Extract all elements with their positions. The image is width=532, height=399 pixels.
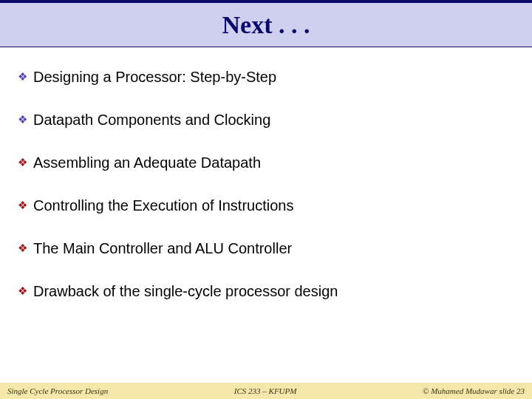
footer-center-text: ICS 233 – KFUPM bbox=[108, 386, 423, 395]
list-item: ❖ Datapath Components and Clocking bbox=[18, 111, 514, 129]
bullet-label: Drawback of the single-cycle processor d… bbox=[33, 282, 338, 300]
diamond-bullet-icon: ❖ bbox=[18, 68, 27, 86]
list-item: ❖ Controlling the Execution of Instructi… bbox=[18, 197, 514, 214]
title-bar: Next . . . bbox=[0, 0, 532, 47]
diamond-bullet-icon: ❖ bbox=[18, 197, 27, 214]
footer-right-text: © Muhamed Mudawar slide 23 bbox=[423, 386, 525, 395]
bullet-label: Datapath Components and Clocking bbox=[33, 111, 270, 129]
footer-left-text: Single Cycle Processor Design bbox=[7, 386, 108, 395]
footer-bar: Single Cycle Processor Design ICS 233 – … bbox=[0, 383, 532, 399]
content-area: ❖ Designing a Processor: Step-by-Step ❖ … bbox=[0, 47, 532, 300]
diamond-bullet-icon: ❖ bbox=[18, 154, 27, 171]
slide-title: Next . . . bbox=[222, 11, 310, 39]
diamond-bullet-icon: ❖ bbox=[18, 111, 27, 129]
bullet-label: Controlling the Execution of Instruction… bbox=[33, 197, 293, 214]
list-item: ❖ Designing a Processor: Step-by-Step bbox=[18, 68, 514, 86]
list-item: ❖ Drawback of the single-cycle processor… bbox=[18, 282, 514, 300]
list-item: ❖ The Main Controller and ALU Controller bbox=[18, 239, 514, 257]
list-item: ❖ Assembling an Adequate Datapath bbox=[18, 154, 514, 171]
bullet-label: The Main Controller and ALU Controller bbox=[33, 239, 292, 257]
bullet-label: Assembling an Adequate Datapath bbox=[33, 154, 261, 171]
diamond-bullet-icon: ❖ bbox=[18, 282, 27, 300]
bullet-label: Designing a Processor: Step-by-Step bbox=[33, 68, 276, 86]
diamond-bullet-icon: ❖ bbox=[18, 239, 27, 257]
